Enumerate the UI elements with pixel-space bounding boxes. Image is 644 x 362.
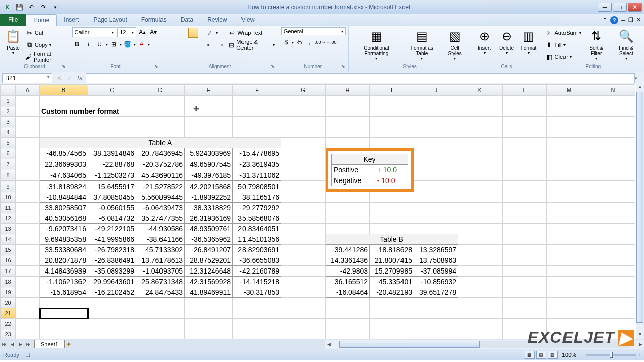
cell-D19[interactable]: 24.8475433 <box>136 287 185 298</box>
cell-E4[interactable] <box>185 127 233 138</box>
cell-B20[interactable] <box>40 298 88 308</box>
cell-K15[interactable] <box>458 245 503 255</box>
cell-D18[interactable]: 25.86731348 <box>136 277 185 287</box>
cell-I23[interactable] <box>370 329 414 339</box>
cell-H5[interactable] <box>326 138 370 148</box>
cell-F16[interactable]: -36.6655083 <box>233 255 281 266</box>
cell-A20[interactable] <box>16 298 40 308</box>
cell-E18[interactable]: 42.31569928 <box>185 277 233 287</box>
cell-J8[interactable] <box>414 170 458 181</box>
cell-G13[interactable] <box>281 224 326 234</box>
cell-M10[interactable] <box>547 192 591 203</box>
cell-G18[interactable] <box>281 277 326 287</box>
cell-N8[interactable] <box>591 170 635 181</box>
row-header-13[interactable]: 13 <box>1 224 16 234</box>
cell-A13[interactable] <box>16 224 40 234</box>
cell-C18[interactable]: 29.99643601 <box>88 277 136 287</box>
cell-E8[interactable]: -49.3976185 <box>185 170 233 181</box>
cell-F15[interactable]: 28.82903691 <box>233 245 281 255</box>
next-sheet-icon[interactable]: ▶ <box>16 342 24 347</box>
cell-B3[interactable] <box>40 117 88 127</box>
cell-B16[interactable]: 20.82071878 <box>40 255 88 266</box>
cell-D8[interactable]: 45.43690116 <box>136 170 185 181</box>
expand-formula-bar-icon[interactable]: ▾ <box>635 76 643 81</box>
cell-G8[interactable] <box>281 170 326 181</box>
cell-E19[interactable]: 41.89469911 <box>185 287 233 298</box>
cell-L10[interactable] <box>503 192 547 203</box>
cell-L18[interactable] <box>503 277 547 287</box>
alignment-launcher[interactable]: ⬊ <box>271 64 275 69</box>
cell-D20[interactable] <box>136 298 185 308</box>
cell-H11[interactable] <box>326 203 370 213</box>
find-select-button[interactable]: 🔍Find & Select▾ <box>612 27 641 62</box>
cell-F18[interactable]: -14.1415218 <box>233 277 281 287</box>
cell-A5[interactable] <box>16 138 40 148</box>
cell-N20[interactable] <box>591 298 635 308</box>
cell-J23[interactable] <box>414 329 458 339</box>
increase-decimal-icon[interactable]: .00→ <box>315 37 326 47</box>
number-format-select[interactable]: General▾ <box>281 27 346 35</box>
cell-F3[interactable] <box>233 117 281 127</box>
cell-F9[interactable]: 50.79808501 <box>233 181 281 192</box>
cell-H23[interactable] <box>326 329 370 339</box>
sheet-tab[interactable]: Sheet1 <box>34 340 65 348</box>
qat-dropdown-icon[interactable]: ▼ <box>50 2 60 12</box>
cell-C6[interactable]: 38.13914846 <box>88 148 136 159</box>
cell-N11[interactable] <box>591 203 635 213</box>
cell-G14[interactable] <box>281 234 326 245</box>
cell-J1[interactable] <box>414 96 458 106</box>
tab-review[interactable]: Review <box>200 14 234 26</box>
cell-D17[interactable]: -1.04093705 <box>136 266 185 277</box>
cell-I16[interactable]: 21.8007415 <box>370 255 414 266</box>
cell-M2[interactable] <box>547 106 591 117</box>
cell-C9[interactable]: 15.6455917 <box>88 181 136 192</box>
cell-A14[interactable] <box>16 234 40 245</box>
cell-K8[interactable] <box>458 170 503 181</box>
cell-C4[interactable] <box>88 127 136 138</box>
cell-I4[interactable] <box>370 127 414 138</box>
copy-button[interactable]: ⧉Copy▾ <box>25 39 66 50</box>
cell-L1[interactable] <box>503 96 547 106</box>
zoom-in-icon[interactable]: + <box>638 352 641 358</box>
cell-D21[interactable] <box>136 308 185 319</box>
cell-L17[interactable] <box>503 266 547 277</box>
cell-K12[interactable] <box>458 213 503 224</box>
cell-A8[interactable] <box>16 170 40 181</box>
fx-button[interactable]: fx <box>74 75 86 82</box>
cell-M18[interactable] <box>547 277 591 287</box>
cell-F17[interactable]: -42.2160789 <box>233 266 281 277</box>
cell-G23[interactable] <box>281 329 326 339</box>
cell-N10[interactable] <box>591 192 635 203</box>
cell-G19[interactable] <box>281 287 326 298</box>
cell-H10[interactable] <box>326 192 370 203</box>
first-sheet-icon[interactable]: ⏮ <box>0 342 8 347</box>
delete-cells-button[interactable]: ⊖Delete▾ <box>497 27 517 56</box>
cell-L12[interactable] <box>503 213 547 224</box>
cell-B12[interactable]: 40.53056168 <box>40 213 88 224</box>
accounting-format-icon[interactable]: $ <box>281 37 291 47</box>
cell-B8[interactable]: -47.634065 <box>40 170 88 181</box>
cell-N17[interactable] <box>591 266 635 277</box>
maximize-button[interactable]: □ <box>613 3 627 12</box>
row-header-22[interactable]: 22 <box>1 319 16 329</box>
row-header-6[interactable]: 6 <box>1 148 16 159</box>
new-sheet-icon[interactable]: ✦ <box>66 340 75 348</box>
cell-A22[interactable] <box>16 319 40 329</box>
cell-J17[interactable]: -37.085994 <box>414 266 458 277</box>
cell-G6[interactable] <box>281 148 326 159</box>
paste-button[interactable]: 📋 Paste ▾ <box>3 27 23 56</box>
cell-N5[interactable] <box>591 138 635 148</box>
cell-H4[interactable] <box>326 127 370 138</box>
cell-J13[interactable] <box>414 224 458 234</box>
cell-I15[interactable]: -18.818628 <box>370 245 414 255</box>
cell-N16[interactable] <box>591 255 635 266</box>
cell-I20[interactable] <box>370 298 414 308</box>
cell-C22[interactable] <box>88 319 136 329</box>
cell-C21[interactable] <box>88 308 136 319</box>
cell-M20[interactable] <box>547 298 591 308</box>
cell-M12[interactable] <box>547 213 591 224</box>
cell-B21[interactable] <box>40 308 88 319</box>
row-header-3[interactable]: 3 <box>1 117 16 127</box>
cell-I18[interactable]: -45.335401 <box>370 277 414 287</box>
cell-I13[interactable] <box>370 224 414 234</box>
